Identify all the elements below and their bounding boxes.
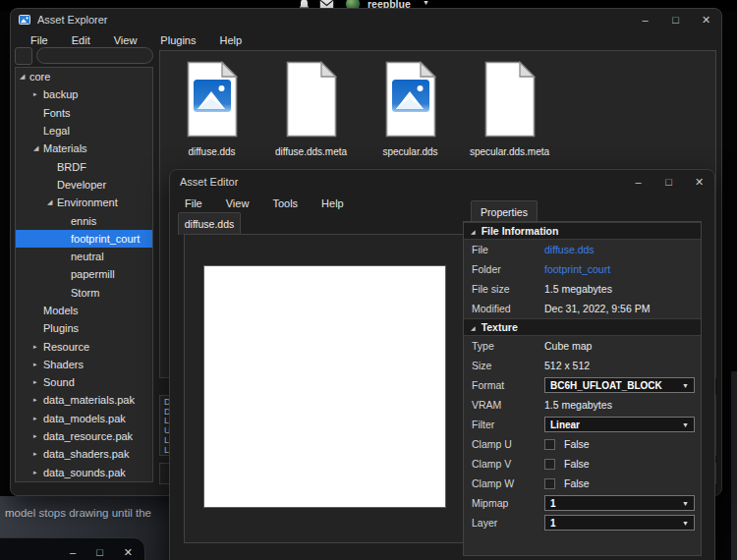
tree-item-data-models-pak[interactable]: ▸data_models.pak <box>16 410 152 427</box>
clamp-u-checkbox[interactable] <box>544 439 555 450</box>
collapsed-arrow-icon[interactable]: ▸ <box>33 378 43 386</box>
tree-item-data-materials-pak[interactable]: ▸data_materials.pak <box>16 391 152 409</box>
tab-properties[interactable]: Properties <box>471 200 538 222</box>
tree-item-sound[interactable]: ▸Sound <box>16 373 152 391</box>
dropdown-arrow-icon: ▼ <box>682 520 689 527</box>
tree-item-neutral[interactable]: neutral <box>16 248 152 265</box>
clamp-w-checkbox[interactable] <box>544 478 555 489</box>
format-dropdown[interactable]: BC6H_UFLOAT_BLOCK▼ <box>544 377 695 393</box>
folder-tree: ◢core▸backupFontsLegal◢MaterialsBRDFDeve… <box>15 67 153 482</box>
tree-item-backup[interactable]: ▸backup <box>16 85 152 103</box>
minimize-button[interactable]: – <box>70 547 76 558</box>
menu-tools[interactable]: Tools <box>260 197 310 209</box>
collapsed-arrow-icon[interactable]: ▸ <box>33 415 43 422</box>
dropdown-arrow-icon: ▼ <box>682 382 689 389</box>
file-specular-dds-meta[interactable]: specular.dds.meta <box>460 61 559 157</box>
clamp-v-state-label: False <box>564 458 590 470</box>
collapsed-arrow-icon[interactable]: ▸ <box>33 469 43 476</box>
tree-item-models[interactable]: Models <box>16 302 152 319</box>
section-file-information[interactable]: ◢File Information <box>464 222 701 240</box>
folder-link[interactable]: footprint_court <box>544 263 610 275</box>
tree-item-plugins[interactable]: Plugins <box>16 319 152 337</box>
file-label: specular.dds.meta <box>470 146 549 157</box>
menu-plugins[interactable]: Plugins <box>148 34 207 46</box>
tree-item-core[interactable]: ◢core <box>16 68 152 85</box>
search-input[interactable] <box>36 47 153 64</box>
section-title: File Information <box>482 225 559 237</box>
tree-item-label: Shaders <box>43 359 84 370</box>
asset-editor-menubar: FileViewToolsHelp <box>173 194 356 212</box>
file-label: specular.dds <box>382 146 437 157</box>
background-window-text: model stops drawing until the <box>5 507 151 519</box>
maximize-button[interactable]: □ <box>96 547 103 558</box>
clamp-v-checkbox[interactable] <box>544 459 555 470</box>
size-value: 512 x 512 <box>544 360 590 371</box>
properties-panel: ◢File InformationFilediffuse.ddsFolderfo… <box>463 221 702 556</box>
menu-edit[interactable]: Edit <box>60 34 102 46</box>
tab-diffuse-dds[interactable]: diffuse.dds <box>178 212 241 235</box>
prop-row-clamp-w: Clamp WFalse <box>464 474 701 493</box>
tree-item-label: backup <box>43 88 78 100</box>
asset-editor-titlebar[interactable]: Asset Editor – □ ✕ <box>170 170 714 194</box>
tree-item-label: Resource <box>43 341 89 353</box>
menu-file[interactable]: File <box>173 197 214 209</box>
mipmap-dropdown[interactable]: 1▼ <box>544 495 695 511</box>
tree-item-data-sounds-pak[interactable]: ▸data_sounds.pak <box>16 464 152 481</box>
tree-item-fonts[interactable]: Fonts <box>16 104 152 122</box>
expanded-arrow-icon: ◢ <box>471 324 476 331</box>
minimize-button[interactable]: – <box>623 176 653 188</box>
maximize-button[interactable]: □ <box>660 14 691 26</box>
expanded-arrow-icon[interactable]: ◢ <box>47 198 57 206</box>
tree-item-brdf[interactable]: BRDF <box>16 157 152 175</box>
collapsed-arrow-icon[interactable]: ▸ <box>33 90 43 98</box>
prop-row-clamp-v: Clamp VFalse <box>464 454 701 474</box>
prop-label: Folder <box>472 263 544 275</box>
filter-dropdown[interactable]: Linear▼ <box>544 417 695 432</box>
collapsed-arrow-icon[interactable]: ▸ <box>33 361 43 368</box>
tree-item-shaders[interactable]: ▸Shaders <box>16 356 152 373</box>
prop-row-size: Size512 x 512 <box>464 356 701 375</box>
expanded-arrow-icon[interactable]: ◢ <box>20 73 29 81</box>
asset-explorer-titlebar[interactable]: Asset Explorer – □ ✕ <box>11 9 721 30</box>
clamp-u-state-label: False <box>564 438 590 450</box>
tree-item-environment[interactable]: ◢Environment <box>16 194 152 211</box>
prop-row-modified: ModifiedDec 31, 2022, 9:56 PM <box>464 299 701 318</box>
tree-item-footprint-court[interactable]: footprint_court <box>16 230 152 248</box>
section-texture[interactable]: ◢Texture <box>464 318 701 336</box>
search-options-button[interactable] <box>15 47 32 65</box>
tree-item-label: Storm <box>71 287 99 299</box>
tree-item-ennis[interactable]: ennis <box>16 211 152 229</box>
file-diffuse-dds[interactable]: diffuse.dds <box>162 61 261 157</box>
file-link[interactable]: diffuse.dds <box>544 244 595 255</box>
tree-item-materials[interactable]: ◢Materials <box>16 140 152 157</box>
tree-item-label: Developer <box>57 179 106 191</box>
file-icon <box>286 61 337 138</box>
menu-view[interactable]: View <box>214 197 261 209</box>
tree-item-resource[interactable]: ▸Resource <box>16 337 152 355</box>
collapsed-arrow-icon[interactable]: ▸ <box>33 432 43 440</box>
maximize-button[interactable]: □ <box>653 176 684 188</box>
collapsed-arrow-icon[interactable]: ▸ <box>33 450 43 458</box>
chevron-down-icon: ▼ <box>423 0 429 6</box>
menu-view[interactable]: View <box>102 34 149 46</box>
close-button[interactable]: ✕ <box>691 14 721 27</box>
minimize-button[interactable]: – <box>630 14 660 26</box>
file-specular-dds[interactable]: specular.dds <box>361 61 460 157</box>
collapsed-arrow-icon[interactable]: ▸ <box>33 343 43 351</box>
tree-item-data-shaders-pak[interactable]: ▸data_shaders.pak <box>16 445 152 463</box>
expanded-arrow-icon[interactable]: ◢ <box>33 144 43 152</box>
tree-item-data-resource-pak[interactable]: ▸data_resource.pak <box>16 427 152 445</box>
tree-item-papermill[interactable]: papermill <box>16 265 152 283</box>
menu-file[interactable]: File <box>19 34 60 46</box>
tree-item-label: Environment <box>57 196 118 208</box>
close-button[interactable]: ✕ <box>684 176 714 189</box>
tree-item-developer[interactable]: Developer <box>16 176 152 194</box>
layer-dropdown[interactable]: 1▼ <box>544 515 695 531</box>
close-button[interactable]: ✕ <box>124 547 133 558</box>
file-diffuse-dds-meta[interactable]: diffuse.dds.meta <box>261 61 361 157</box>
tree-item-storm[interactable]: Storm <box>16 284 152 302</box>
tree-item-legal[interactable]: Legal <box>16 122 152 140</box>
menu-help[interactable]: Help <box>207 34 254 46</box>
collapsed-arrow-icon[interactable]: ▸ <box>33 396 43 404</box>
menu-help[interactable]: Help <box>310 197 356 209</box>
